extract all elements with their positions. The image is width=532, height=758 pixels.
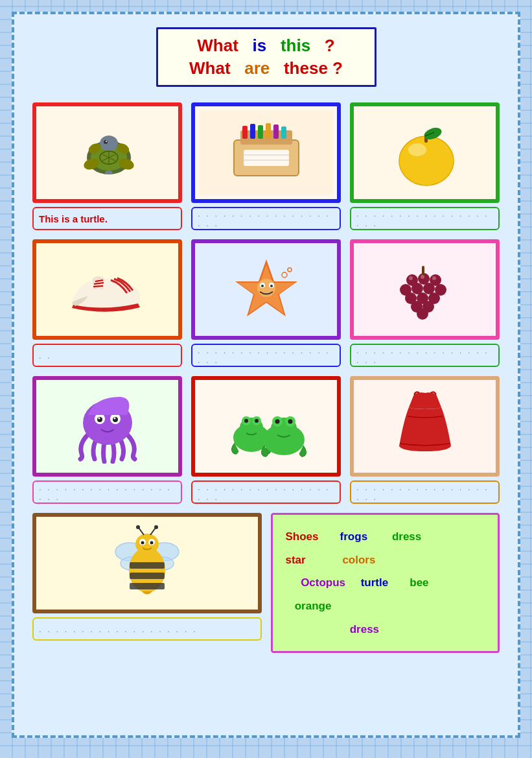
svg-rect-23 [244,150,289,166]
answer-shoe-text: . . [39,351,52,361]
word-what2: What [189,58,231,78]
svg-point-9 [105,171,113,174]
answer-dress: . . . . . . . . . . . . . . . . . . . [350,480,500,504]
svg-rect-19 [258,125,263,139]
frame-frogs [191,376,341,477]
answer-bee: . . . . . . . . . . . . . . . . . . . [32,617,262,641]
answer-turtle-text: This is a turtle. [39,213,108,224]
answer-crayons: . . . . . . . . . . . . . . . . . . . [191,207,341,230]
word-what: What [197,36,238,55]
answer-bee-text: . . . . . . . . . . . . . . . . . . . [39,624,198,634]
answer-orange: . . . . . . . . . . . . . . . . . . . [350,207,500,230]
answer-turtle: This is a turtle. [32,207,182,230]
cell-grapes: . . . . . . . . . . . . . . . . . . . [350,239,500,367]
svg-point-96 [154,525,158,529]
svg-point-41 [270,285,273,287]
svg-rect-18 [250,124,255,139]
answer-grapes: . . . . . . . . . . . . . . . . . . . [350,344,500,367]
wb-line1: Shoes frogs dress [286,525,485,549]
word-this: this [281,36,310,55]
row-1: This is a turtle. [32,102,500,230]
cell-starfish: . . . . . . . . . . . . . . . . . . . [191,239,341,367]
wb-bee: bee [410,576,428,589]
svg-rect-85 [130,562,165,569]
title-line2: What are these ? [178,58,355,78]
svg-line-34 [93,286,103,287]
img-starfish [199,247,333,332]
title-box: What is this ? What are these ? [156,27,376,87]
img-crayons [199,110,333,195]
answer-frogs: . . . . . . . . . . . . . . . . . . . [191,480,341,504]
svg-point-40 [261,285,264,287]
row-2: . . [32,239,500,367]
cell-octopus: . . . . . . . . . . . . . . . . . . . [32,376,182,504]
bottom-row: . . . . . . . . . . . . . . . . . . . Sh… [32,513,500,653]
img-frogs [199,384,333,469]
wb-dress2: dress [350,623,379,635]
cell-orange: . . . . . . . . . . . . . . . . . . . [350,102,500,230]
word-these: these [284,58,328,78]
svg-point-78 [275,419,279,423]
img-bee [40,521,254,606]
svg-point-28 [408,143,426,156]
frame-shoe [32,239,182,340]
svg-rect-21 [273,124,279,139]
frame-octopus [32,376,182,477]
frame-turtle [32,102,182,203]
img-orange [358,110,492,195]
wb-turtle: turtle [361,576,389,589]
frame-grapes [350,239,500,340]
svg-rect-86 [130,573,165,579]
svg-point-43 [288,268,292,272]
cell-dress: . . . . . . . . . . . . . . . . . . . [350,376,500,504]
svg-point-60 [432,276,436,280]
answer-orange-text: . . . . . . . . . . . . . . . . . . . [356,209,493,228]
title-line1: What is this ? [178,36,355,56]
frame-orange [350,102,500,203]
img-dress [358,384,492,469]
word-are: are [244,58,270,78]
svg-rect-22 [281,126,286,139]
wb-orange: orange [295,600,332,612]
svg-point-59 [421,275,424,279]
img-turtle [40,110,174,195]
wb-dress1: dress [392,530,421,543]
wb-colors: colors [342,554,375,566]
svg-point-66 [98,418,100,420]
svg-rect-87 [130,583,165,589]
answer-dress-text: . . . . . . . . . . . . . . . . . . . [356,482,493,502]
cell-turtle: This is a turtle. [32,102,182,230]
row-3: . . . . . . . . . . . . . . . . . . . [32,376,500,504]
svg-point-73 [255,419,259,423]
svg-point-56 [417,308,428,320]
answer-crayons-text: . . . . . . . . . . . . . . . . . . . [198,209,334,228]
wb-line4: orange [286,595,485,618]
answer-frogs-text: . . . . . . . . . . . . . . . . . . . [198,482,334,502]
img-grapes [358,247,492,332]
img-shoe [40,247,174,332]
svg-point-6 [100,136,118,151]
svg-point-58 [409,276,413,280]
wb-line5: dress [286,618,485,641]
cell-crayons: . . . . . . . . . . . . . . . . . . . [191,102,341,230]
cell-frogs: . . . . . . . . . . . . . . . . . . . [191,376,341,504]
word-question1: ? [325,36,335,55]
wb-frogs: frogs [340,530,368,543]
svg-point-72 [244,419,248,423]
wb-line2: star colors [286,549,485,572]
svg-rect-20 [266,123,271,139]
answer-octopus: . . . . . . . . . . . . . . . . . . . [32,480,182,504]
word-bank: Shoes frogs dress star colors Octopus tu… [271,513,500,653]
svg-point-88 [135,534,159,554]
svg-point-94 [136,525,140,529]
wb-octopus: Octopus [301,576,345,589]
svg-point-8 [106,141,107,142]
answer-starfish: . . . . . . . . . . . . . . . . . . . [191,344,341,367]
svg-point-42 [282,272,287,278]
svg-rect-17 [242,126,248,139]
answer-octopus-text: . . . . . . . . . . . . . . . . . . . [39,482,176,502]
svg-line-93 [139,528,144,535]
svg-line-95 [150,528,156,535]
svg-point-79 [288,419,292,423]
answer-shoe: . . [32,344,182,367]
